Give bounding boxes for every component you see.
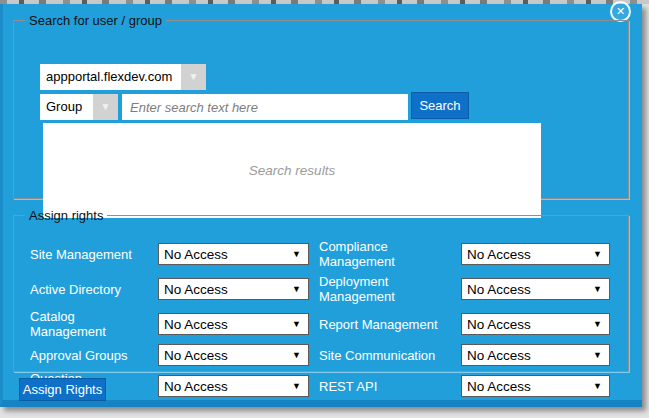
chevron-down-icon[interactable]: ▼ bbox=[181, 64, 206, 90]
domain-dropdown-value: appportal.flexdev.com bbox=[40, 64, 181, 90]
chevron-down-icon[interactable]: ▼ bbox=[93, 94, 118, 120]
search-type-dropdown-value: Group bbox=[40, 94, 93, 120]
permission-label: Deployment Management bbox=[319, 274, 461, 304]
search-input[interactable] bbox=[122, 94, 408, 120]
permission-select[interactable]: No Access ▼ bbox=[461, 278, 610, 300]
chevron-down-icon: ▼ bbox=[593, 381, 609, 391]
permission-select[interactable]: No Access ▼ bbox=[158, 243, 309, 265]
permission-select[interactable]: No Access ▼ bbox=[158, 278, 309, 300]
permission-label: Site Communication bbox=[319, 348, 461, 363]
search-button[interactable]: Search bbox=[411, 92, 469, 119]
chevron-down-icon: ▼ bbox=[593, 249, 609, 259]
permission-select[interactable]: No Access ▼ bbox=[461, 375, 610, 397]
assign-rights-dialog: ✕ Search for user / group appportal.flex… bbox=[0, 4, 642, 407]
permission-label: Approval Groups bbox=[30, 348, 158, 363]
permission-select[interactable]: No Access ▼ bbox=[461, 243, 610, 265]
permission-select-value: No Access bbox=[159, 247, 292, 262]
domain-dropdown[interactable]: appportal.flexdev.com ▼ bbox=[40, 64, 206, 90]
search-results-panel[interactable]: Search results bbox=[43, 123, 541, 218]
assign-rights-button[interactable]: Assign Rights bbox=[19, 378, 106, 401]
permission-select[interactable]: No Access ▼ bbox=[158, 375, 309, 397]
chevron-down-icon: ▼ bbox=[292, 381, 308, 391]
chevron-down-icon: ▼ bbox=[593, 284, 609, 294]
permission-label: REST API bbox=[319, 379, 461, 394]
permission-label: Compliance Management bbox=[319, 239, 461, 269]
permission-label: Report Management bbox=[319, 317, 461, 332]
search-type-dropdown[interactable]: Group ▼ bbox=[40, 94, 118, 120]
search-fieldset-legend: Search for user / group bbox=[25, 13, 166, 28]
rights-grid: Site Management No Access ▼ Compliance M… bbox=[30, 239, 620, 401]
assign-rights-fieldset: Assign rights Site Management No Access … bbox=[13, 208, 629, 372]
permission-select-value: No Access bbox=[462, 282, 593, 297]
chevron-down-icon: ▼ bbox=[292, 350, 308, 360]
assign-fieldset-legend: Assign rights bbox=[25, 208, 107, 223]
permission-select-value: No Access bbox=[462, 247, 593, 262]
permission-select-value: No Access bbox=[159, 379, 292, 394]
permission-select-value: No Access bbox=[159, 317, 292, 332]
search-user-group-fieldset: Search for user / group appportal.flexde… bbox=[13, 13, 629, 199]
permission-select-value: No Access bbox=[159, 348, 292, 363]
permission-select[interactable]: No Access ▼ bbox=[158, 313, 309, 335]
chevron-down-icon: ▼ bbox=[292, 284, 308, 294]
permission-select-value: No Access bbox=[462, 379, 593, 394]
chevron-down-icon: ▼ bbox=[593, 319, 609, 329]
chevron-down-icon: ▼ bbox=[292, 319, 308, 329]
permission-select-value: No Access bbox=[159, 282, 292, 297]
permission-label: Catalog Management bbox=[30, 309, 158, 339]
chevron-down-icon: ▼ bbox=[292, 249, 308, 259]
permission-label: Site Management bbox=[30, 247, 158, 262]
chevron-down-icon: ▼ bbox=[593, 350, 609, 360]
permission-select[interactable]: No Access ▼ bbox=[461, 313, 610, 335]
permission-label: Active Directory bbox=[30, 282, 158, 297]
search-results-placeholder: Search results bbox=[249, 163, 335, 178]
permission-select[interactable]: No Access ▼ bbox=[158, 344, 309, 366]
permission-select-value: No Access bbox=[462, 348, 593, 363]
permission-select[interactable]: No Access ▼ bbox=[461, 344, 610, 366]
permission-select-value: No Access bbox=[462, 317, 593, 332]
